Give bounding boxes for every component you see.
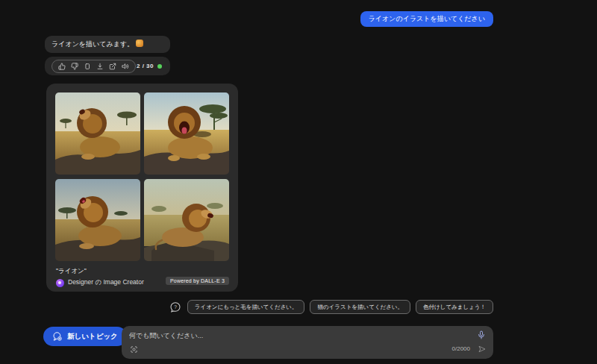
new-topic-label: 新しいトピック (67, 332, 118, 342)
user-message-bubble: ライオンのイラストを描いてください (360, 11, 493, 27)
char-counter: 0/2000 (452, 345, 470, 352)
reaction-icon-group (51, 60, 136, 73)
question-bubble-icon[interactable]: ? (169, 301, 181, 313)
new-topic-button[interactable]: 新しいトピック (43, 327, 127, 346)
lion-emoji (136, 40, 143, 47)
new-topic-icon (52, 331, 63, 342)
dalle-badge: Powered by DALL-E 3 (166, 277, 229, 285)
generated-image-grid (55, 92, 229, 261)
designer-logo-icon (56, 279, 64, 287)
message-input-box: 0/2000 (122, 326, 493, 359)
copilot-chat-window: ライオンのイラストを描いてください ライオンを描いてみます。 2 / 30 (0, 0, 597, 364)
thumbs-down-icon[interactable] (71, 63, 78, 70)
suggestion-chip-1[interactable]: ライオンにもっと毛を描いてください。 (187, 300, 305, 314)
turn-counter-group: 2 / 30 (137, 63, 163, 69)
lion-photo-art (55, 179, 140, 261)
download-icon[interactable] (96, 63, 104, 70)
microphone-icon[interactable] (477, 330, 486, 339)
suggestion-row: ? ライオンにもっと毛を描いてください。 猫のイラストを描いてください。 色付け… (169, 300, 493, 314)
thumbs-up-icon[interactable] (58, 63, 66, 70)
chat-input[interactable] (125, 329, 417, 342)
message-toolbar: 2 / 30 (45, 57, 170, 75)
generated-image-4[interactable] (144, 179, 229, 261)
read-aloud-icon[interactable] (122, 63, 129, 70)
generated-image-2[interactable] (144, 92, 229, 175)
designer-attribution[interactable]: Designer の Image Creator (56, 278, 144, 287)
bot-message-text: ライオンを描いてみます。 (51, 40, 134, 48)
generated-image-3[interactable] (55, 179, 140, 261)
suggestion-chip-2[interactable]: 猫のイラストを描いてください。 (310, 300, 410, 314)
lion-photo-art (144, 179, 229, 261)
image-caption: "ライオン" (56, 267, 87, 276)
image-result-card: "ライオン" Designer の Image Creator Powered … (46, 84, 238, 292)
status-dot (157, 64, 162, 69)
copy-icon[interactable] (84, 63, 91, 70)
designer-attribution-label: Designer の Image Creator (68, 278, 144, 287)
share-icon[interactable] (109, 63, 116, 70)
svg-text:?: ? (174, 304, 177, 310)
turn-counter: 2 / 30 (137, 63, 154, 69)
lion-photo-art (144, 92, 229, 175)
lion-photo-art (55, 92, 140, 175)
generated-image-1[interactable] (55, 92, 140, 175)
send-icon[interactable] (478, 345, 487, 354)
add-image-icon[interactable] (130, 345, 138, 354)
suggestion-chip-3[interactable]: 色付けしてみましょう！ (416, 300, 493, 314)
bot-message-bubble: ライオンを描いてみます。 (45, 36, 170, 53)
